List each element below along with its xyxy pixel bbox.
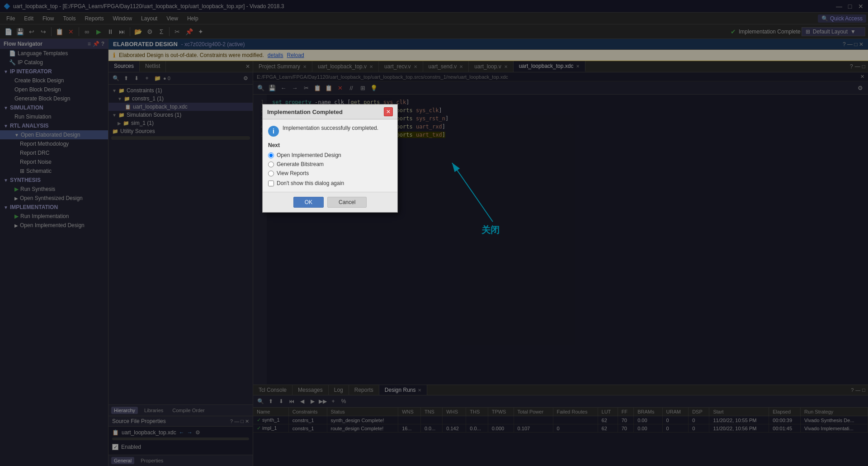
option2-label: Generate Bitstream [277, 161, 324, 167]
modal-dont-show-row[interactable]: Don't show this dialog again [268, 180, 392, 186]
modal-title-label: Implementation Completed [267, 109, 343, 115]
dont-show-label: Don't show this dialog again [277, 180, 344, 186]
option3-label: View Reports [277, 170, 309, 176]
modal-info-icon: i [268, 126, 279, 137]
ok-button[interactable]: OK [293, 197, 324, 208]
modal-close-button[interactable]: ✕ [384, 107, 393, 116]
modal-titlebar: Implementation Completed ✕ [263, 105, 397, 119]
modal-option2-row[interactable]: Generate Bitstream [268, 161, 392, 167]
modal-buttons: OK Cancel [263, 192, 397, 212]
cancel-button[interactable]: Cancel [327, 197, 367, 208]
modal-option1-row[interactable]: Open Implemented Design [268, 152, 392, 158]
modal-info-text: Implementation successfully completed. [283, 125, 378, 131]
modal-info-row: i Implementation successfully completed. [268, 125, 392, 137]
option1-label: Open Implemented Design [277, 152, 341, 158]
dont-show-checkbox[interactable] [268, 181, 274, 186]
option2-radio[interactable] [268, 162, 274, 167]
implementation-completed-dialog: Implementation Completed ✕ i Implementat… [262, 104, 398, 213]
modal-option3-row[interactable]: View Reports [268, 170, 392, 176]
option1-radio[interactable] [268, 152, 274, 158]
modal-next-label: Next [268, 142, 392, 148]
modal-body: i Implementation successfully completed.… [263, 119, 397, 192]
option3-radio[interactable] [268, 171, 274, 176]
modal-overlay[interactable]: Implementation Completed ✕ i Implementat… [0, 0, 868, 466]
